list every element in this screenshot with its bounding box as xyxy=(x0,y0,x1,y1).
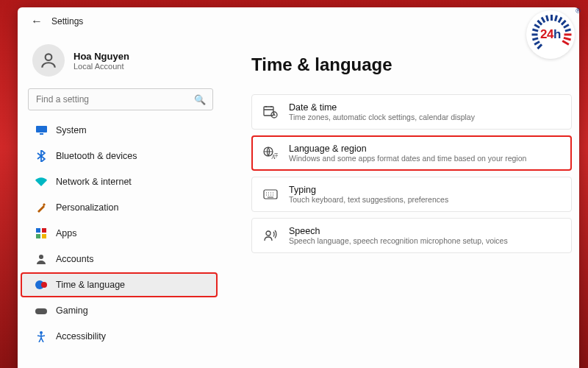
sidebar-item-label: Network & internet xyxy=(56,177,132,187)
sidebar-item-time-language[interactable]: Time & language xyxy=(21,272,218,297)
settings-cards: Date & time Time zones, automatic clock … xyxy=(251,94,572,253)
svg-rect-6 xyxy=(42,234,46,238)
svg-point-0 xyxy=(46,54,52,60)
gamepad-icon xyxy=(35,305,47,316)
sidebar-item-network[interactable]: Network & internet xyxy=(28,169,213,194)
globe-letter-icon: A字 xyxy=(262,145,279,161)
watermark-logo: 24h xyxy=(526,10,575,59)
card-speech[interactable]: Speech Speech language, speech recogniti… xyxy=(251,218,572,253)
sidebar-item-label: Bluetooth & devices xyxy=(56,151,137,161)
registered-mark: ® xyxy=(576,7,581,15)
wifi-icon xyxy=(35,176,47,188)
search-wrap: 🔍 xyxy=(28,88,213,110)
svg-rect-11 xyxy=(264,107,273,116)
search-input[interactable] xyxy=(28,88,213,110)
sidebar-item-apps[interactable]: Apps xyxy=(28,221,213,246)
back-icon[interactable]: ← xyxy=(31,15,43,28)
globe-clock-icon xyxy=(35,279,47,291)
page-title: Time & language xyxy=(251,54,572,75)
svg-point-7 xyxy=(39,255,43,259)
sidebar-item-bluetooth[interactable]: Bluetooth & devices xyxy=(28,144,213,169)
card-title: Date & time xyxy=(289,102,475,113)
sidebar: Hoa Nguyen Local Account 🔍 System xyxy=(18,31,223,368)
settings-window: ← Settings Hoa Nguyen Local Account 🔍 xyxy=(18,7,579,368)
sidebar-item-label: Apps xyxy=(56,228,77,238)
card-date-time[interactable]: Date & time Time zones, automatic clock … xyxy=(251,94,572,130)
svg-rect-3 xyxy=(36,228,40,233)
sidebar-item-system[interactable]: System xyxy=(28,118,213,143)
card-subtitle: Touch keyboard, text suggestions, prefer… xyxy=(289,195,448,204)
speech-icon xyxy=(262,227,279,244)
svg-point-10 xyxy=(40,331,43,334)
watermark-h: h xyxy=(553,27,561,41)
svg-rect-4 xyxy=(42,228,46,233)
main-panel: Time & language Date & time Time zones, … xyxy=(223,31,579,368)
svg-text:字: 字 xyxy=(274,152,278,158)
card-subtitle: Speech language, speech recognition micr… xyxy=(289,236,508,245)
card-title: Speech xyxy=(289,226,508,236)
calendar-clock-icon xyxy=(262,104,279,120)
sidebar-item-gaming[interactable]: Gaming xyxy=(28,298,213,323)
sidebar-item-label: System xyxy=(56,125,87,135)
search-icon: 🔍 xyxy=(194,94,206,105)
accessibility-icon xyxy=(35,330,47,342)
header-bar: ← Settings xyxy=(18,7,579,31)
sidebar-nav: System Bluetooth & devices Network & int… xyxy=(28,118,213,349)
svg-point-17 xyxy=(266,231,270,236)
keyboard-icon xyxy=(262,186,279,202)
card-subtitle: Windows and some apps format dates and t… xyxy=(289,154,526,163)
profile-block[interactable]: Hoa Nguyen Local Account xyxy=(28,37,213,88)
header-title: Settings xyxy=(51,16,83,26)
svg-rect-2 xyxy=(40,133,43,135)
bluetooth-icon xyxy=(35,150,47,162)
card-typing[interactable]: Typing Touch keyboard, text suggestions,… xyxy=(251,177,572,212)
monitor-icon xyxy=(35,124,47,136)
brush-icon xyxy=(35,202,47,213)
card-title: Typing xyxy=(289,185,448,195)
svg-rect-1 xyxy=(36,126,47,132)
person-icon xyxy=(35,253,47,265)
sidebar-item-personalization[interactable]: Personalization xyxy=(28,195,213,220)
sidebar-item-label: Gaming xyxy=(56,305,88,316)
card-title: Language & region xyxy=(289,144,526,154)
sidebar-item-label: Accounts xyxy=(56,254,93,264)
profile-subtitle: Local Account xyxy=(74,62,129,71)
sidebar-item-accounts[interactable]: Accounts xyxy=(28,247,213,272)
avatar xyxy=(32,44,65,77)
sidebar-item-label: Time & language xyxy=(56,280,125,290)
svg-rect-5 xyxy=(36,234,40,238)
card-subtitle: Time zones, automatic clock settings, ca… xyxy=(289,113,475,121)
svg-rect-9 xyxy=(35,308,47,314)
watermark-number: 24 xyxy=(540,27,553,41)
sidebar-item-label: Accessibility xyxy=(56,331,106,342)
profile-name: Hoa Nguyen xyxy=(74,51,129,62)
card-language-region[interactable]: A字 Language & region Windows and some ap… xyxy=(251,135,572,171)
sidebar-item-accessibility[interactable]: Accessibility xyxy=(28,324,213,349)
apps-icon xyxy=(35,227,47,239)
sidebar-item-label: Personalization xyxy=(56,202,118,213)
